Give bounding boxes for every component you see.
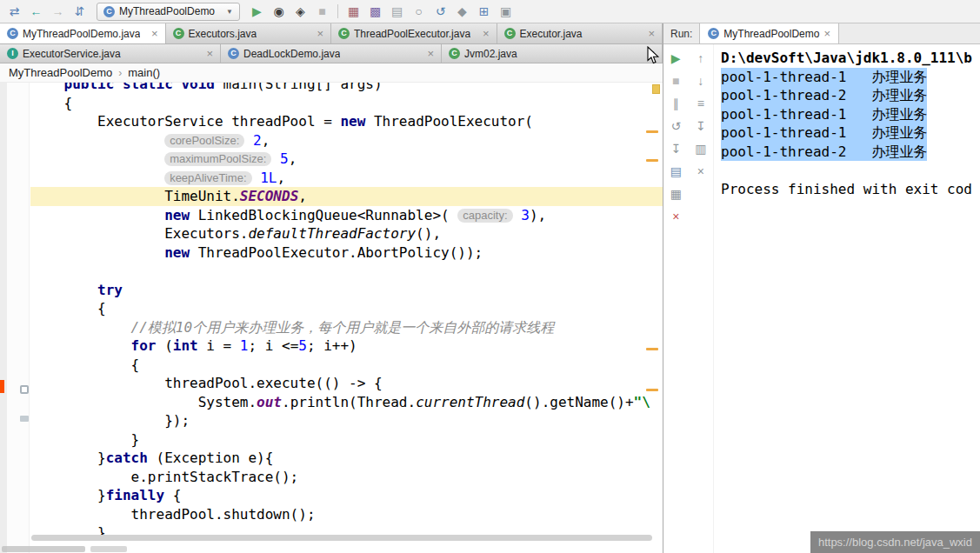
code-line-current: TimeUnit.SECONDS, bbox=[30, 187, 663, 206]
change-stripe-mark[interactable] bbox=[646, 159, 658, 162]
close-icon[interactable]: × bbox=[483, 29, 490, 39]
up-stack-trace-icon[interactable]: ↑ bbox=[697, 51, 703, 66]
console-line bbox=[721, 161, 980, 180]
code-line: }); bbox=[30, 411, 663, 430]
breadcrumb: MyThreadPoolDemo › main() bbox=[0, 63, 663, 83]
close-icon[interactable]: × bbox=[648, 49, 655, 59]
code-line: //模拟10个用户来办理业务，每个用户就是一个来自外部的请求线程 bbox=[30, 318, 663, 337]
tools-icon[interactable]: ▤ bbox=[386, 1, 408, 22]
undo-icon[interactable]: ↺ bbox=[430, 1, 451, 22]
toolbar-left-group: ⇄←→⇵ bbox=[3, 1, 90, 22]
monitor-icon[interactable]: ▤ bbox=[670, 164, 682, 179]
close-icon[interactable]: × bbox=[672, 210, 679, 224]
toolbar-separator bbox=[337, 4, 338, 18]
file-icon-class-blue: C bbox=[7, 28, 18, 39]
file-icon-class-green: C bbox=[504, 28, 516, 39]
tab-MyThreadPoolDemo.java[interactable]: CMyThreadPoolDemo.java× bbox=[0, 23, 166, 43]
settings-icon[interactable]: ◆ bbox=[451, 1, 473, 22]
fold-mark[interactable] bbox=[20, 416, 29, 422]
recent-files-icon[interactable]: ⇄ bbox=[3, 1, 25, 22]
jump-to-source-icon[interactable]: ↧ bbox=[670, 142, 681, 157]
run-config-class-icon: C bbox=[103, 6, 115, 17]
code-line: }catch (Exception e){ bbox=[30, 449, 663, 468]
file-icon-class-blue: C bbox=[228, 48, 239, 59]
restart-icon[interactable]: ↺ bbox=[670, 119, 681, 134]
annotate-icon[interactable]: ⇵ bbox=[69, 1, 90, 22]
editor-column: CMyThreadPoolDemo.java×CExecutors.java×C… bbox=[0, 23, 663, 553]
coverage-icon[interactable]: ▦ bbox=[343, 1, 364, 22]
run-tool-window-header: Run: C MyThreadPoolDemo × bbox=[663, 23, 980, 44]
run-config-label: MyThreadPoolDemo bbox=[119, 5, 215, 17]
tab-ThreadPoolExecutor.java[interactable]: CThreadPoolExecutor.java× bbox=[331, 23, 497, 43]
soft-wrap-icon[interactable]: ≡ bbox=[697, 97, 704, 111]
statusbar-cut-right bbox=[90, 546, 127, 552]
back-icon[interactable]: ← bbox=[25, 1, 47, 22]
database-icon[interactable]: ⊞ bbox=[473, 1, 495, 22]
main-toolbar: ⇄←→⇵ C MyThreadPoolDemo ▼ ▶◉◈■▦▩▤○↺◆⊞▣ bbox=[0, 0, 980, 23]
console-line: pool-1-thread-2 办理业务 bbox=[721, 143, 980, 162]
search-icon[interactable]: ○ bbox=[408, 1, 430, 22]
warning-stripe-mark[interactable] bbox=[652, 84, 660, 94]
code-line: threadPool.shutdown(); bbox=[30, 505, 663, 524]
code-line: { bbox=[30, 94, 663, 113]
pause-output-icon[interactable]: ∥ bbox=[673, 97, 679, 111]
stop-icon[interactable]: ■ bbox=[311, 1, 333, 22]
restore-layout-icon[interactable]: ▦ bbox=[670, 187, 682, 202]
code-line: public static void main(String[] args) bbox=[30, 83, 663, 94]
change-stripe-mark[interactable] bbox=[646, 389, 658, 391]
tab-ExecutorService.java[interactable]: IExecutorService.java× bbox=[0, 44, 221, 63]
change-stripe-mark[interactable] bbox=[646, 130, 658, 133]
run-toolbar-col-2: ↑↓≡↧▥× bbox=[689, 51, 714, 553]
profile-app-icon[interactable]: ▩ bbox=[364, 1, 386, 22]
tab-label: MyThreadPoolDemo.java bbox=[23, 28, 140, 40]
code-line: maximumPoolSize: 5, bbox=[30, 150, 663, 169]
tab-DeadLockDemo.java[interactable]: CDeadLockDemo.java× bbox=[221, 44, 442, 63]
close-icon[interactable]: × bbox=[648, 29, 655, 39]
console-line: D:\devSoft\Java\jdk1.8.0_111\b bbox=[721, 49, 980, 68]
main-area: CMyThreadPoolDemo.java×CExecutors.java×C… bbox=[0, 23, 980, 553]
profiler-icon[interactable]: ◈ bbox=[290, 1, 311, 22]
down-stack-trace-icon[interactable]: ↓ bbox=[697, 74, 703, 89]
run-config-select[interactable]: C MyThreadPoolDemo ▼ bbox=[97, 3, 240, 21]
print-icon[interactable]: ▥ bbox=[695, 142, 706, 157]
run-panel: Run: C MyThreadPoolDemo × ▶■∥↺↧▤▦× ↑↓≡↧▥… bbox=[663, 23, 980, 553]
rerun-icon[interactable]: ▶ bbox=[671, 51, 681, 66]
bookmark-icon[interactable] bbox=[20, 385, 29, 394]
code-line: } bbox=[30, 430, 663, 450]
code-editor[interactable]: public static void main(String[] args) {… bbox=[0, 83, 663, 553]
run-icon[interactable]: ▶ bbox=[246, 1, 268, 22]
code-line: for (int i = 1; i <=5; i++) bbox=[30, 336, 663, 356]
horizontal-scrollbar[interactable] bbox=[31, 535, 652, 541]
scroll-to-end-icon[interactable]: ↧ bbox=[696, 119, 706, 134]
run-tab[interactable]: C MyThreadPoolDemo × bbox=[699, 23, 839, 43]
tab-label: Jvm02.java bbox=[464, 48, 517, 60]
code-content: public static void main(String[] args) {… bbox=[30, 83, 663, 543]
console-line: Process finished with exit cod bbox=[721, 180, 980, 199]
close-icon[interactable]: × bbox=[151, 29, 158, 39]
plugin-icon[interactable]: ▣ bbox=[495, 1, 517, 22]
code-line: { bbox=[30, 299, 663, 318]
tab-Executors.java[interactable]: CExecutors.java× bbox=[166, 23, 332, 43]
run-toolbar-strip: ▶■∥↺↧▤▦× ↑↓≡↧▥× bbox=[663, 44, 714, 553]
close-icon[interactable]: × bbox=[317, 29, 323, 39]
console-line: pool-1-thread-1 办理业务 bbox=[721, 105, 980, 124]
close-icon[interactable]: × bbox=[823, 29, 830, 39]
stop-icon[interactable]: ■ bbox=[672, 74, 679, 89]
code-line: try bbox=[30, 281, 663, 300]
console-output[interactable]: D:\devSoft\Java\jdk1.8.0_111\bpool-1-thr… bbox=[714, 44, 980, 553]
code-line: keepAliveTime: 1L, bbox=[30, 169, 663, 188]
code-line: new LinkedBlockingQueue<Runnable>( capac… bbox=[30, 206, 663, 225]
watermark: https://blog.csdn.net/java_wxid bbox=[810, 531, 980, 553]
debug-icon[interactable]: ◉ bbox=[268, 1, 290, 22]
change-stripe-mark[interactable] bbox=[646, 348, 658, 350]
clear-all-icon[interactable]: × bbox=[697, 164, 704, 179]
tab-Executor.java[interactable]: CExecutor.java× bbox=[497, 23, 663, 43]
breadcrumb-method[interactable]: main() bbox=[128, 66, 160, 79]
tab-label: DeadLockDemo.java bbox=[243, 48, 340, 60]
file-icon-interface-green: I bbox=[7, 48, 18, 59]
forward-icon[interactable]: → bbox=[47, 1, 69, 22]
tab-Jvm02.java[interactable]: CJvm02.java× bbox=[442, 44, 663, 63]
close-icon[interactable]: × bbox=[427, 49, 434, 59]
close-icon[interactable]: × bbox=[206, 49, 213, 59]
breadcrumb-class[interactable]: MyThreadPoolDemo bbox=[9, 66, 112, 79]
